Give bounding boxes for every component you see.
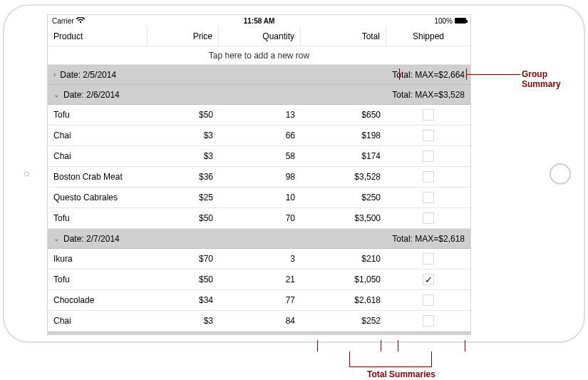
column-header-row: Product Price Quantity Total Shipped bbox=[48, 26, 470, 46]
total-connector-2 bbox=[431, 351, 432, 367]
chevron-right-icon: › bbox=[53, 71, 56, 78]
cell-total: $3,528 bbox=[301, 167, 386, 187]
cell-total: $250 bbox=[301, 188, 386, 207]
group-summary-bracket bbox=[399, 68, 467, 80]
group-date-label: Date: 2/5/2014 bbox=[60, 70, 116, 80]
cell-price: $70 bbox=[148, 249, 219, 269]
home-button[interactable] bbox=[550, 163, 571, 185]
carrier-label: Carrier bbox=[52, 17, 74, 25]
table-row[interactable]: Chocolade$3477$2,618 bbox=[48, 290, 470, 311]
group-summary-connector bbox=[467, 74, 520, 75]
cell-shipped bbox=[386, 249, 470, 269]
clock-label: 11:58 AM bbox=[244, 17, 275, 25]
cell-total: $1,050 bbox=[301, 269, 386, 289]
cell-product: Tofu bbox=[48, 269, 148, 289]
cell-price: $3 bbox=[148, 311, 219, 331]
shipped-checkbox[interactable] bbox=[423, 274, 434, 285]
cell-price: $50 bbox=[148, 269, 219, 289]
total-summaries-label: Total Summaries bbox=[367, 369, 435, 379]
battery-icon bbox=[455, 18, 466, 24]
col-header-shipped[interactable]: Shipped bbox=[386, 26, 470, 46]
cell-product: Chocolade bbox=[48, 290, 148, 310]
shipped-checkbox[interactable] bbox=[423, 315, 434, 327]
chevron-down-icon: ⌄ bbox=[53, 235, 59, 242]
wifi-icon bbox=[76, 17, 85, 25]
group-date-label: Date: 2/6/2014 bbox=[63, 90, 120, 100]
cell-quantity: 10 bbox=[219, 188, 301, 207]
group-summary-text: Total: MAX=$252 bbox=[393, 332, 470, 335]
shipped-checkbox[interactable] bbox=[423, 109, 434, 120]
cell-price: $50 bbox=[148, 208, 219, 228]
shipped-checkbox[interactable] bbox=[423, 253, 434, 265]
screen: Carrier 11:58 AM 100% Product Price bbox=[47, 14, 471, 335]
cell-total: $2,618 bbox=[301, 290, 386, 310]
cell-quantity: 77 bbox=[219, 290, 301, 310]
ipad-frame: Carrier 11:58 AM 100% Product Price bbox=[3, 4, 585, 343]
cell-product: Boston Crab Meat bbox=[48, 167, 148, 187]
cell-quantity: 3 bbox=[219, 249, 301, 269]
group-summary-text: Total: MAX=$3,528 bbox=[386, 85, 470, 104]
total-bracket-2 bbox=[398, 340, 465, 351]
total-connector-h bbox=[349, 366, 432, 367]
table-row[interactable]: Tofu$5070$3,500 bbox=[48, 208, 470, 229]
table-row[interactable]: Questo Cabrales$2510$250 bbox=[48, 188, 470, 208]
shipped-checkbox[interactable] bbox=[423, 212, 434, 224]
table-row[interactable]: Tofu$5013$650 bbox=[48, 105, 470, 125]
col-header-price[interactable]: Price bbox=[148, 26, 219, 46]
table-row[interactable]: Boston Crab Meat$3698$3,528 bbox=[48, 167, 470, 188]
cell-shipped bbox=[386, 290, 470, 310]
cell-price: $50 bbox=[148, 105, 219, 125]
cell-shipped bbox=[386, 105, 470, 125]
shipped-checkbox[interactable] bbox=[423, 294, 434, 306]
cell-total: $252 bbox=[301, 311, 386, 331]
table-row[interactable]: Ikura$703$210 bbox=[48, 249, 470, 269]
cell-shipped bbox=[386, 146, 470, 166]
group-row[interactable]: ⌄Date: 2/8/2014Total: MAX=$252 bbox=[48, 332, 470, 335]
svg-point-0 bbox=[79, 21, 81, 22]
cell-shipped bbox=[386, 188, 470, 207]
cell-total: $3,500 bbox=[301, 208, 386, 228]
cell-product: Chai bbox=[48, 125, 148, 145]
table-row[interactable]: Chai$384$252 bbox=[48, 311, 470, 332]
shipped-checkbox[interactable] bbox=[423, 192, 434, 203]
group-row[interactable]: ⌄Date: 2/6/2014Total: MAX=$3,528 bbox=[48, 85, 470, 105]
cell-shipped bbox=[386, 167, 470, 187]
cell-price: $3 bbox=[148, 146, 219, 166]
group-date-label: Date: 2/7/2014 bbox=[63, 234, 120, 244]
cell-total: $650 bbox=[301, 105, 386, 125]
cell-price: $25 bbox=[148, 188, 219, 207]
table-row[interactable]: Chai$358$174 bbox=[48, 146, 470, 167]
shipped-checkbox[interactable] bbox=[423, 150, 434, 162]
cell-total: $174 bbox=[301, 146, 386, 166]
group-row[interactable]: ⌄Date: 2/7/2014Total: MAX=$2,618 bbox=[48, 229, 470, 249]
cell-product: Tofu bbox=[48, 105, 148, 125]
battery-pct-label: 100% bbox=[434, 17, 453, 25]
add-new-row-label: Tap here to add a new row bbox=[48, 46, 470, 64]
cell-quantity: 66 bbox=[219, 125, 301, 145]
cell-shipped bbox=[386, 311, 470, 331]
cell-quantity: 58 bbox=[219, 146, 301, 166]
col-header-product[interactable]: Product bbox=[48, 26, 148, 46]
cell-product: Chai bbox=[48, 146, 148, 166]
shipped-checkbox[interactable] bbox=[423, 171, 434, 183]
shipped-checkbox[interactable] bbox=[423, 130, 434, 141]
cell-product: Chai bbox=[48, 311, 148, 331]
cell-price: $34 bbox=[148, 290, 219, 310]
cell-quantity: 70 bbox=[219, 208, 301, 228]
cell-product: Ikura bbox=[48, 249, 148, 269]
cell-quantity: 84 bbox=[219, 311, 301, 331]
total-connector-1 bbox=[349, 351, 350, 367]
add-new-row[interactable]: Tap here to add a new row bbox=[48, 46, 470, 65]
col-header-quantity[interactable]: Quantity bbox=[219, 26, 301, 46]
cell-quantity: 13 bbox=[219, 105, 301, 125]
table-row[interactable]: Chai$366$198 bbox=[48, 125, 470, 146]
cell-total: $210 bbox=[301, 249, 386, 269]
cell-shipped bbox=[386, 125, 470, 145]
cell-price: $3 bbox=[148, 125, 219, 145]
chevron-down-icon: ⌄ bbox=[53, 91, 59, 98]
cell-shipped bbox=[386, 269, 470, 289]
col-header-total[interactable]: Total bbox=[301, 26, 386, 46]
camera-icon bbox=[24, 171, 29, 176]
cell-total: $198 bbox=[301, 125, 386, 145]
table-row[interactable]: Tofu$5021$1,050 bbox=[48, 269, 470, 290]
